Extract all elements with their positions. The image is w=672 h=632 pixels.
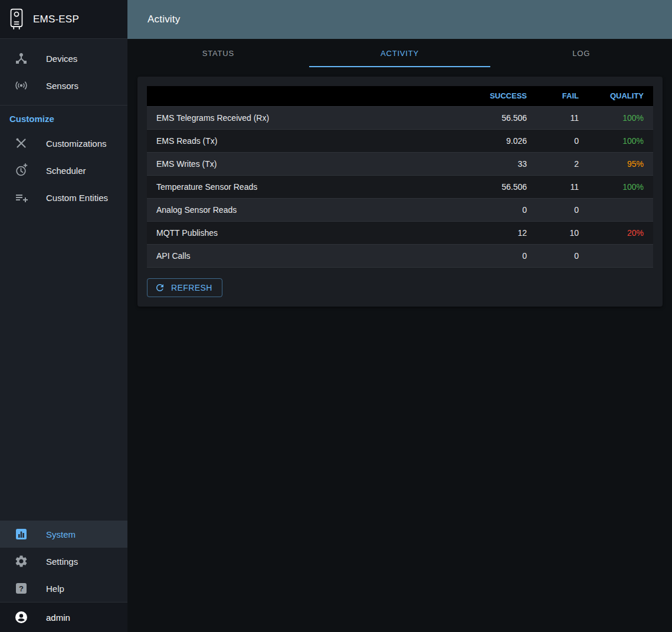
- appbar: Activity: [127, 0, 672, 39]
- fail-cell: 11: [536, 175, 588, 198]
- quality-value: 100%: [622, 136, 644, 146]
- sidebar-item-settings[interactable]: Settings: [0, 548, 127, 575]
- quality-value: 95%: [627, 159, 644, 169]
- column-header-quality: QUALITY: [588, 86, 653, 106]
- playlist-add-icon: [14, 190, 28, 205]
- account-circle-icon: [14, 610, 28, 624]
- sidebar-item-help[interactable]: ? Help: [0, 575, 127, 602]
- sidebar-item-label: Help: [46, 584, 64, 594]
- quality-cell: 20%: [588, 221, 653, 244]
- sidebar-spacer: [0, 211, 127, 521]
- column-header-fail: FAIL: [536, 86, 588, 106]
- sidebar: EMS-ESP Devices: [0, 0, 127, 632]
- sidebar-header: EMS-ESP: [0, 0, 127, 39]
- metric-cell: MQTT Publishes: [147, 221, 466, 244]
- sidebar-item-label: Settings: [46, 557, 78, 567]
- fail-cell: 0: [536, 244, 588, 267]
- table-row: Analog Sensor Reads 0 0: [147, 198, 653, 221]
- success-cell: 33: [466, 152, 536, 175]
- tab-log[interactable]: LOG: [490, 39, 672, 67]
- sidebar-item-label: Devices: [46, 54, 77, 64]
- metric-cell: API Calls: [147, 244, 466, 267]
- sidebar-nav: Devices Sensors Customize: [0, 39, 127, 211]
- table-row: EMS Reads (Tx) 9.026 0 100%: [147, 129, 653, 152]
- refresh-button[interactable]: REFRESH: [147, 278, 222, 297]
- sidebar-user[interactable]: admin: [0, 602, 127, 632]
- fail-cell: 10: [536, 221, 588, 244]
- fail-cell: 0: [536, 129, 588, 152]
- column-header-metric: [147, 86, 466, 106]
- construction-icon: [14, 136, 28, 150]
- activity-table: SUCCESS FAIL QUALITY EMS Telegrams Recei…: [147, 86, 653, 268]
- metric-cell: EMS Telegrams Received (Rx): [147, 106, 466, 129]
- quality-value: 20%: [627, 228, 644, 238]
- tab-status[interactable]: STATUS: [127, 39, 309, 67]
- device-hub-icon: [14, 51, 28, 65]
- sidebar-item-label: Sensors: [46, 81, 78, 91]
- metric-cell: Analog Sensor Reads: [147, 198, 466, 221]
- success-cell: 56.506: [466, 175, 536, 198]
- app-root: EMS-ESP Devices: [0, 0, 672, 632]
- customize-section-label: Customize: [0, 106, 127, 130]
- tab-activity[interactable]: ACTIVITY: [309, 39, 491, 67]
- sidebar-item-scheduler[interactable]: Scheduler: [0, 157, 127, 184]
- sidebar-item-label: Custom Entities: [46, 193, 108, 203]
- success-cell: 0: [466, 244, 536, 267]
- page-title: Activity: [147, 14, 180, 25]
- fail-cell: 11: [536, 106, 588, 129]
- quality-cell: 100%: [588, 129, 653, 152]
- success-cell: 56.506: [466, 106, 536, 129]
- quality-cell: 100%: [588, 106, 653, 129]
- quality-value: 100%: [622, 113, 644, 123]
- main-area: Activity STATUS ACTIVITY LOG SUCCESS FAI…: [127, 0, 672, 632]
- quality-cell: [588, 198, 653, 221]
- sidebar-item-label: Customizations: [46, 139, 107, 149]
- table-row: API Calls 0 0: [147, 244, 653, 267]
- svg-text:?: ?: [19, 584, 24, 593]
- success-cell: 0: [466, 198, 536, 221]
- metric-cell: EMS Reads (Tx): [147, 129, 466, 152]
- user-name: admin: [46, 613, 70, 623]
- table-row: EMS Telegrams Received (Rx) 56.506 11 10…: [147, 106, 653, 129]
- table-row: EMS Writes (Tx) 33 2 95%: [147, 152, 653, 175]
- quality-cell: 95%: [588, 152, 653, 175]
- quality-cell: 100%: [588, 175, 653, 198]
- sidebar-item-label: Scheduler: [46, 166, 86, 176]
- fail-cell: 0: [536, 198, 588, 221]
- sidebar-item-customizations[interactable]: Customizations: [0, 130, 127, 157]
- refresh-button-label: REFRESH: [171, 283, 212, 292]
- table-row: Temperature Sensor Reads 56.506 11 100%: [147, 175, 653, 198]
- scheduler-clock-icon: [14, 163, 28, 177]
- quality-cell: [588, 244, 653, 267]
- activity-card: SUCCESS FAIL QUALITY EMS Telegrams Recei…: [137, 77, 663, 307]
- success-cell: 12: [466, 221, 536, 244]
- quality-value: 100%: [622, 182, 644, 192]
- sidebar-item-custom-entities[interactable]: Custom Entities: [0, 184, 127, 211]
- sidebar-item-sensors[interactable]: Sensors: [0, 72, 127, 99]
- analytics-icon: [14, 527, 28, 541]
- sidebar-item-devices[interactable]: Devices: [0, 45, 127, 72]
- table-header-row: SUCCESS FAIL QUALITY: [147, 86, 653, 106]
- refresh-icon: [155, 282, 165, 293]
- app-title: EMS-ESP: [33, 14, 79, 25]
- help-icon: ?: [14, 581, 28, 595]
- card-actions: REFRESH: [147, 278, 653, 297]
- sensors-icon: [14, 78, 28, 93]
- sidebar-item-system[interactable]: System: [0, 521, 127, 548]
- sidebar-bottom-nav: System Settings ? Help: [0, 521, 127, 602]
- metric-cell: Temperature Sensor Reads: [147, 175, 466, 198]
- sidebar-item-label: System: [46, 529, 76, 539]
- column-header-success: SUCCESS: [466, 86, 536, 106]
- success-cell: 9.026: [466, 129, 536, 152]
- table-row: MQTT Publishes 12 10 20%: [147, 221, 653, 244]
- metric-cell: EMS Writes (Tx): [147, 152, 466, 175]
- fail-cell: 2: [536, 152, 588, 175]
- tab-bar: STATUS ACTIVITY LOG: [127, 39, 672, 67]
- gear-icon: [14, 554, 28, 568]
- ems-esp-logo-icon: [8, 8, 25, 31]
